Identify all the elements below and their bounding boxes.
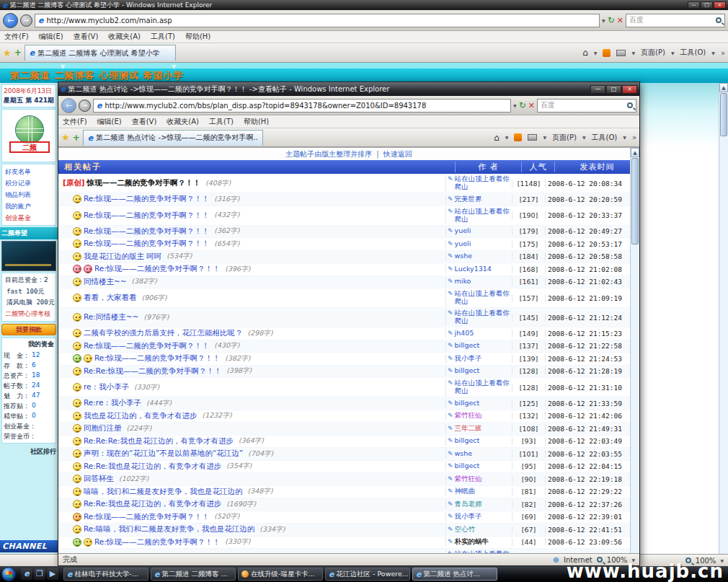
close-button[interactable]: × — [714, 1, 726, 9]
search-icon[interactable] — [627, 102, 633, 108]
popup-title-bar[interactable]: e 第二频道 热点讨论 ->惊现——二频的竞争对手啊？！！ ->查看帖子 - W… — [58, 82, 639, 96]
sidebar-link[interactable]: 创业基金 — [4, 212, 54, 224]
taskbar-button[interactable]: 在线升级-瑞星卡卡... — [238, 568, 323, 581]
author-link[interactable]: 站在山顶上看着你爬山 — [455, 290, 510, 306]
author-link[interactable]: jh405 — [455, 330, 474, 338]
favorites-star-icon[interactable]: ★ — [3, 48, 12, 58]
author-link[interactable]: 站在山顶上看着你爬山 — [455, 379, 510, 395]
author-link[interactable]: 站在山顶上看着你爬山 — [455, 309, 510, 325]
scroll-thumb[interactable] — [631, 158, 639, 244]
forward-button[interactable]: → — [20, 14, 32, 27]
show-desktop-icon[interactable]: ❐ — [34, 568, 45, 580]
author-link[interactable]: 紫竹狂仙 — [455, 412, 482, 420]
thread-title-link[interactable]: Re:Re:Re:我也是花江边的，有竞争才有进步 — [84, 436, 234, 446]
taskbar-button[interactable]: e花江边社区 - Powere... — [325, 568, 410, 581]
page-menu-button[interactable]: 页面(P) — [641, 48, 665, 58]
menu-工具(T)[interactable]: 工具(T) — [209, 117, 234, 127]
author-link[interactable]: billgect — [455, 367, 480, 375]
thread-title-link[interactable]: 回答杯生 — [84, 474, 114, 484]
thread-title-link[interactable]: 看看，大家看看 — [84, 293, 137, 303]
back-button[interactable]: ← — [61, 98, 76, 113]
close-button[interactable]: × — [622, 85, 637, 94]
ie-quicklaunch-icon[interactable]: e — [21, 568, 32, 580]
sidebar-link[interactable]: 好友名单 — [4, 166, 54, 177]
address-dropdown-icon[interactable]: ▼ — [513, 103, 517, 108]
menu-编辑(E)[interactable]: 编辑(E) — [97, 117, 122, 127]
home-icon[interactable]: ⌂ — [582, 48, 588, 58]
thread-title-link[interactable]: Re:Re:我也是花江边的，有竞争才有进步 — [84, 462, 221, 472]
tools-menu-button[interactable]: 工具(O) — [592, 133, 618, 143]
thread-title-link[interactable]: Re:惊现——二频的竞争对手啊？！！ — [84, 341, 209, 351]
taskbar-button[interactable]: e第二频道 热点讨... — [412, 568, 497, 581]
menu-查看(V)[interactable]: 查看(V) — [132, 117, 157, 127]
thread-title-link[interactable]: 同胞们注册 — [84, 423, 122, 433]
thread-title-link[interactable]: Re:嘻嘻，我们和二频是友好竞争，我也是花江边的 — [84, 524, 254, 534]
thread-title-link[interactable]: 嘻嘻，我们和二频是友好竞争，我也是花江边的 — [84, 487, 243, 497]
author-link[interactable]: yueli — [455, 227, 471, 235]
minimize-button[interactable]: — — [590, 85, 605, 94]
sidebar-link[interactable]: 我的账户 — [4, 200, 54, 212]
tools-menu-button[interactable]: 工具(O) — [680, 48, 706, 58]
main-address-bar[interactable]: e http://www.myclub2.com/main.asp — [35, 14, 600, 27]
author-link[interactable]: billgect — [455, 342, 480, 350]
thread-title-link[interactable]: re：我小李子 — [84, 382, 129, 392]
scroll-up-icon[interactable]: ▲ — [631, 148, 639, 157]
refresh-icon[interactable]: ↻ — [608, 15, 615, 25]
popup-address-bar[interactable]: e http://www.myclub2.com/bbs/plan_disp.a… — [93, 99, 511, 113]
print-icon[interactable] — [616, 50, 626, 56]
stop-icon[interactable]: ✕ — [617, 16, 623, 25]
author-link[interactable]: 朴实的蜗牛 — [455, 538, 489, 546]
main-title-bar[interactable]: e 第二频道 二频博客 心理测试 希望小学 - Windows Internet… — [0, 0, 728, 10]
thread-title-link[interactable]: Re:同情楼主~~ — [84, 312, 138, 322]
main-scrollbar[interactable]: ▲ — [719, 83, 728, 554]
sort-info-link[interactable]: 主题帖子由版主整理并排序 — [285, 149, 372, 159]
author-link[interactable]: 站在山顶上看着你爬山 — [455, 175, 510, 191]
author-link[interactable]: Lucky1314 — [455, 265, 492, 273]
menu-收藏夹(A)[interactable]: 收藏夹(A) — [167, 117, 199, 127]
start-button[interactable] — [1, 567, 16, 581]
feeds-icon[interactable] — [603, 49, 611, 57]
refresh-icon[interactable]: ↻ — [519, 100, 526, 110]
popup-scrollbar[interactable]: ▲ — [630, 148, 639, 553]
author-link[interactable]: 站在山顶上看着你爬山 — [455, 550, 510, 553]
quick-return-link[interactable]: 快速返回 — [383, 149, 412, 159]
thread-title-link[interactable]: Re:惊现——二频的竞争对手啊？！！ — [84, 211, 209, 221]
author-link[interactable]: miko — [455, 278, 471, 286]
add-favorite-icon[interactable]: + — [14, 48, 22, 58]
author-link[interactable]: 三年二班 — [455, 425, 482, 433]
popup-search-input[interactable]: 百度 — [537, 99, 636, 113]
menu-帮助(H)[interactable]: 帮助(H) — [244, 117, 269, 127]
thread-title-link[interactable]: Re:Re:惊现——二频的竞争对手啊？！！ — [84, 366, 221, 376]
maximize-button[interactable]: □ — [701, 1, 713, 9]
add-favorite-icon[interactable]: + — [73, 133, 80, 143]
donate-button[interactable]: 我要捐款 — [1, 324, 56, 335]
page-menu-button[interactable]: 页面(P) — [552, 133, 577, 143]
author-link[interactable]: 站在山顶上看着你爬山 — [455, 208, 510, 224]
popup-tab[interactable]: e 第二频道 热点讨论 ->惊现——二频的竞争对手啊.. — [83, 130, 263, 146]
menu-帮助(H)[interactable]: 帮助(H) — [185, 32, 210, 42]
author-link[interactable]: 我小李子 — [455, 513, 482, 521]
menu-编辑(E)[interactable]: 编辑(E) — [39, 32, 63, 42]
main-search-input[interactable]: 百度 — [626, 14, 725, 27]
thread-title-link[interactable]: Re:惊现——二频的竞争对手啊？！！ — [84, 239, 209, 249]
author-link[interactable]: yueli — [455, 240, 471, 248]
author-link[interactable]: 紫竹狂仙 — [455, 475, 482, 483]
thread-title-link[interactable]: 声明：现在的“花江边”不是以前基地的“花江边” — [84, 449, 243, 459]
author-link[interactable]: 空心竹 — [455, 526, 476, 534]
thread-title-link[interactable]: Re:惊现——二频的竞争对手啊？！！ — [84, 194, 209, 204]
author-link[interactable]: 我小李子 — [455, 355, 482, 363]
author-link[interactable]: wshe — [455, 252, 473, 260]
home-icon[interactable]: ⌂ — [494, 133, 500, 143]
thread-title-link[interactable]: Re:惊现——二频的竞争对手啊？！！ — [94, 353, 220, 363]
toolbar-overflow-icon[interactable]: » — [632, 133, 636, 141]
minimize-button[interactable]: — — [688, 1, 700, 9]
sidebar-link[interactable]: 物品列表 — [4, 189, 54, 200]
forward-button[interactable]: → — [79, 100, 91, 112]
thread-title-link[interactable]: Re:re：我小李子 — [84, 398, 141, 408]
address-dropdown-icon[interactable]: ▼ — [602, 18, 605, 23]
thread-title-link[interactable]: Re:惊现——二频的竞争对手啊？！！ — [94, 264, 220, 274]
taskbar-button[interactable]: e桂林电子科技大学-... — [63, 568, 148, 581]
menu-查看(V)[interactable]: 查看(V) — [74, 32, 99, 42]
thread-title-link[interactable]: 惊现——二频的竞争对手啊？！！ — [87, 178, 201, 188]
menu-收藏夹(A)[interactable]: 收藏夹(A) — [108, 32, 141, 42]
